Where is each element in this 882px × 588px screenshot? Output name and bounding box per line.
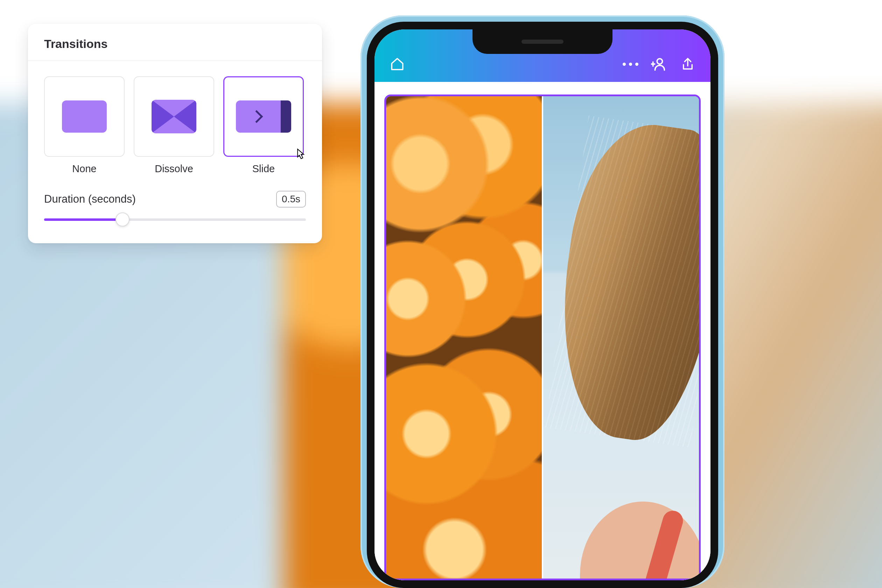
slide-preview-right-image: [543, 96, 699, 579]
duration-row: Duration (seconds) 0.5s: [28, 182, 322, 213]
transition-option-slide: Slide: [223, 76, 304, 175]
panel-title: Transitions: [28, 24, 322, 61]
transition-label-none: None: [72, 163, 96, 175]
transition-label-dissolve: Dissolve: [155, 163, 193, 175]
transition-options: None Dissolve Slide: [28, 61, 322, 182]
svg-point-0: [657, 59, 662, 64]
transition-label-slide: Slide: [252, 163, 275, 175]
transition-option-dissolve: Dissolve: [134, 76, 214, 175]
share-icon[interactable]: [679, 55, 696, 73]
duration-slider-thumb[interactable]: [116, 213, 129, 226]
slide-preview-left-image: [386, 96, 542, 579]
duration-slider[interactable]: [44, 213, 306, 226]
design-canvas[interactable]: [384, 94, 701, 580]
design-canvas-area: [375, 82, 711, 580]
transition-card-dissolve[interactable]: [134, 76, 214, 157]
duration-label: Duration (seconds): [44, 193, 136, 206]
duration-slider-track: [44, 218, 306, 221]
transitions-panel: Transitions None Dissolve: [28, 24, 322, 243]
transition-thumb-dissolve-icon: [152, 100, 196, 134]
transition-card-slide[interactable]: [223, 76, 304, 157]
phone-mock: [360, 15, 724, 588]
phone-notch: [472, 29, 612, 54]
transition-option-none: None: [44, 76, 124, 175]
invite-users-icon[interactable]: [650, 55, 668, 73]
pointer-cursor-icon: [294, 147, 308, 161]
transition-thumb-slide-icon: [236, 100, 291, 133]
more-icon[interactable]: [622, 55, 639, 73]
duration-value-input[interactable]: 0.5s: [276, 191, 306, 207]
transition-thumb-none-icon: [62, 100, 107, 133]
transition-card-none[interactable]: [44, 76, 124, 157]
home-icon[interactable]: [388, 55, 406, 73]
